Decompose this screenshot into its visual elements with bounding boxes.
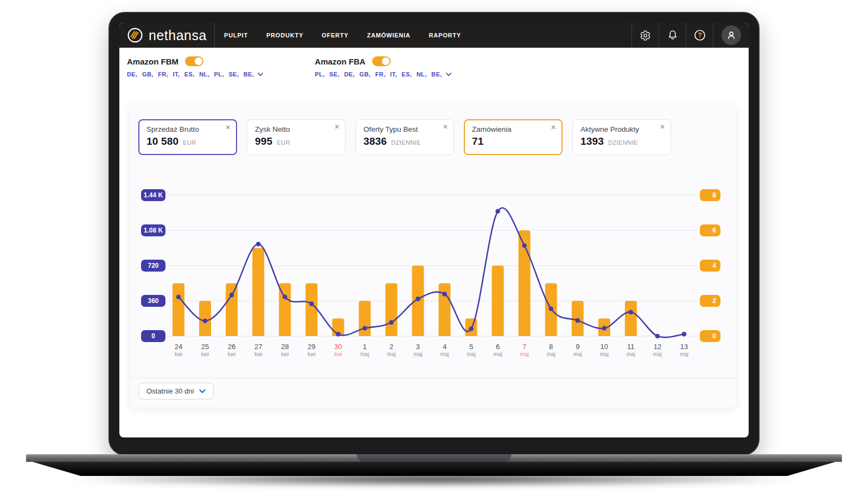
close-icon[interactable]: ✕ — [225, 124, 231, 131]
chevron-down-icon — [199, 389, 206, 394]
metric-card-zysk-netto[interactable]: ✕Zysk Netto995EUR — [247, 119, 346, 155]
metric-value: 71 — [472, 136, 484, 147]
help-button[interactable]: ? — [686, 23, 713, 48]
chart-point-5-maj[interactable] — [469, 326, 474, 331]
nav-item-pulpit[interactable]: PULPIT — [215, 23, 257, 48]
chart-point-2-maj[interactable] — [389, 320, 394, 325]
filter-label: Amazon FBA — [315, 57, 365, 66]
chart-point-30-kwi[interactable] — [336, 332, 341, 337]
chart-point-1-maj[interactable] — [362, 326, 367, 331]
help-icon: ? — [693, 29, 706, 42]
chart-point-6-maj[interactable] — [495, 209, 500, 214]
right-axis-pill: 6 — [700, 224, 720, 236]
metric-card-zam-wienia[interactable]: ✕Zamówienia71 — [464, 119, 563, 155]
user-icon — [725, 29, 737, 41]
filter-amazon-fba: Amazon FBAPL, SE, DE, GB, FR, IT, ES, NL… — [315, 56, 451, 104]
nethansa-logo-icon — [127, 27, 143, 43]
chart-point-28-kwi[interactable] — [283, 294, 288, 299]
chart-point-24-kwi[interactable] — [176, 294, 181, 299]
app-window: nethansa PULPITPRODUKTYOFERTYZAMÓWIENIAR… — [119, 23, 749, 437]
chart-point-9-maj[interactable] — [575, 318, 580, 323]
chart-bar-29-kwi[interactable] — [305, 284, 317, 337]
avatar — [722, 25, 741, 45]
metric-title: Zamówienia — [472, 125, 554, 133]
chart-point-27-kwi[interactable] — [256, 242, 261, 247]
close-icon[interactable]: ✕ — [551, 124, 556, 131]
chart-point-26-kwi[interactable] — [229, 293, 234, 298]
chart-bar-25-kwi[interactable] — [199, 301, 211, 336]
metric-title: Zysk Netto — [255, 125, 337, 133]
x-axis-label: 7maj — [514, 343, 535, 357]
metric-value: 995 — [255, 136, 272, 147]
chart-bar-2-maj[interactable] — [385, 284, 397, 337]
chart-bar-24-kwi[interactable] — [173, 284, 184, 337]
metric-card-aktywne-produkty[interactable]: ✕Aktywne Produkty1393DZIENNIE — [572, 119, 671, 155]
metric-card-oferty-typu-best[interactable]: ✕Oferty Typu Best3836DZIENNIE — [355, 119, 454, 155]
x-axis-label: 4maj — [434, 343, 456, 357]
nav-item-raporty[interactable]: RAPORTY — [420, 23, 470, 48]
chart-point-13-maj[interactable] — [682, 332, 687, 337]
chevron-down-icon — [446, 73, 451, 76]
x-axis-label: 28kwi — [274, 343, 296, 357]
laptop-shadow — [71, 473, 797, 486]
country-list: DE, GB, FR, IT, ES, NL, PL, SE, BE, — [127, 71, 254, 78]
x-axis-label: 6maj — [487, 343, 509, 357]
x-axis-label: 10maj — [593, 343, 615, 357]
chart-bar-1-maj[interactable] — [359, 301, 371, 336]
close-icon[interactable]: ✕ — [443, 124, 448, 130]
nav-item-oferty[interactable]: OFERTY — [312, 23, 358, 48]
date-range-dropdown[interactable]: Ostatnie 30 dni — [138, 383, 214, 400]
left-axis-pill: 720 — [141, 260, 165, 272]
metric-value: 10 580 — [146, 136, 178, 147]
chart-point-8-maj[interactable] — [548, 306, 553, 311]
brand[interactable]: nethansa — [119, 27, 214, 43]
chart-point-12-maj[interactable] — [655, 334, 660, 339]
main-menu: PULPITPRODUKTYOFERTYZAMÓWIENIARAPORTY — [215, 23, 470, 48]
x-axis-label: 12maj — [647, 343, 668, 357]
chart-point-25-kwi[interactable] — [203, 319, 208, 324]
notifications-button[interactable] — [659, 23, 686, 48]
chart-bar-4-maj[interactable] — [439, 284, 451, 337]
country-selector[interactable]: DE, GB, FR, IT, ES, NL, PL, SE, BE, — [127, 71, 263, 78]
laptop-base-notch — [357, 454, 512, 462]
top-nav: nethansa PULPITPRODUKTYOFERTYZAMÓWIENIAR… — [119, 23, 749, 48]
chart-point-3-maj[interactable] — [416, 297, 420, 301]
filter-toggle[interactable] — [185, 56, 203, 66]
right-axis-pill: 8 — [700, 189, 720, 201]
chart-plot — [165, 175, 700, 343]
settings-button[interactable] — [631, 23, 659, 48]
chart-bar-27-kwi[interactable] — [252, 248, 264, 337]
x-axis-label: 26kwi — [221, 343, 242, 357]
x-axis-label: 13maj — [673, 343, 695, 357]
chart-point-7-maj[interactable] — [522, 243, 527, 248]
right-axis-pill: 4 — [700, 260, 720, 272]
nav-item-zamwienia[interactable]: ZAMÓWIENIA — [358, 23, 419, 48]
metric-value: 3836 — [363, 136, 387, 147]
chart-point-29-kwi[interactable] — [309, 301, 314, 306]
chart-bar-6-maj[interactable] — [492, 266, 504, 336]
svg-text:?: ? — [698, 31, 701, 39]
brand-name: nethansa — [149, 28, 207, 43]
filter-toggle[interactable] — [372, 56, 391, 66]
metric-unit: EUR — [277, 139, 290, 146]
metric-card-sprzedaż-brutto[interactable]: ✕Sprzedaż Brutto10 580EUR — [138, 119, 237, 155]
chart-point-11-maj[interactable] — [629, 310, 634, 314]
close-icon[interactable]: ✕ — [334, 124, 340, 130]
country-selector[interactable]: PL, SE, DE, GB, FR, IT, ES, NL, BE, — [315, 71, 451, 78]
page: nethansa PULPITPRODUKTYOFERTYZAMÓWIENIAR… — [0, 0, 868, 496]
metric-title: Sprzedaż Brutto — [146, 125, 229, 133]
close-icon[interactable]: ✕ — [660, 124, 665, 130]
chart-footer: Ostatnie 30 dni — [130, 378, 736, 400]
chart-bar-11-maj[interactable] — [625, 301, 637, 336]
metric-unit: DZIENNIE — [391, 139, 421, 146]
metric-title: Oferty Typu Best — [363, 125, 446, 133]
user-menu-button[interactable] — [713, 23, 749, 48]
chart-bar-26-kwi[interactable] — [226, 284, 238, 337]
chart-point-10-maj[interactable] — [602, 326, 607, 331]
chart-point-4-maj[interactable] — [442, 292, 447, 297]
nav-item-produkty[interactable]: PRODUKTY — [257, 23, 312, 48]
left-axis-pill: 360 — [141, 295, 165, 307]
chevron-down-icon — [258, 73, 263, 76]
metric-cards: ✕Sprzedaż Brutto10 580EUR✕Zysk Netto995E… — [138, 119, 671, 155]
date-range-label: Ostatnie 30 dni — [146, 387, 194, 395]
